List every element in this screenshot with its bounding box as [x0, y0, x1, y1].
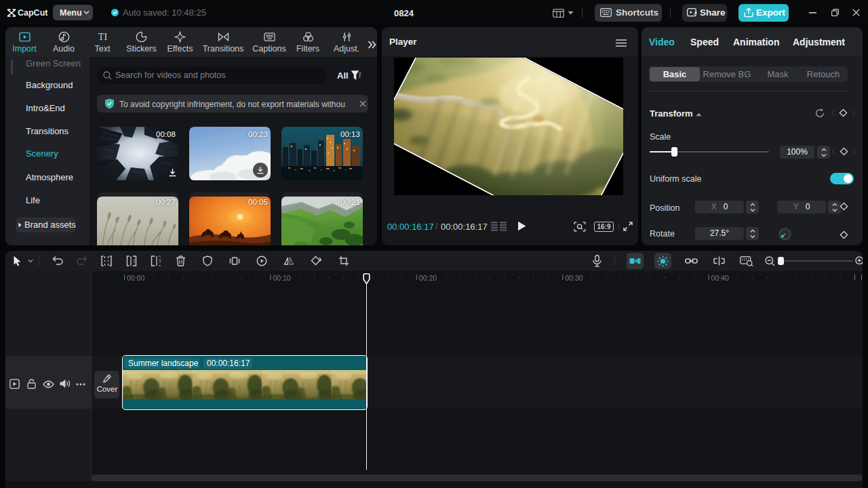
svg-text:00:00: 00:00 — [127, 274, 144, 282]
svg-text:TI: TI — [98, 31, 107, 42]
svg-text:00:30: 00:30 — [565, 274, 583, 282]
svg-text:00:10: 00:10 — [273, 274, 290, 282]
svg-text:00:40: 00:40 — [711, 274, 729, 282]
svg-text:00:20: 00:20 — [419, 274, 437, 282]
